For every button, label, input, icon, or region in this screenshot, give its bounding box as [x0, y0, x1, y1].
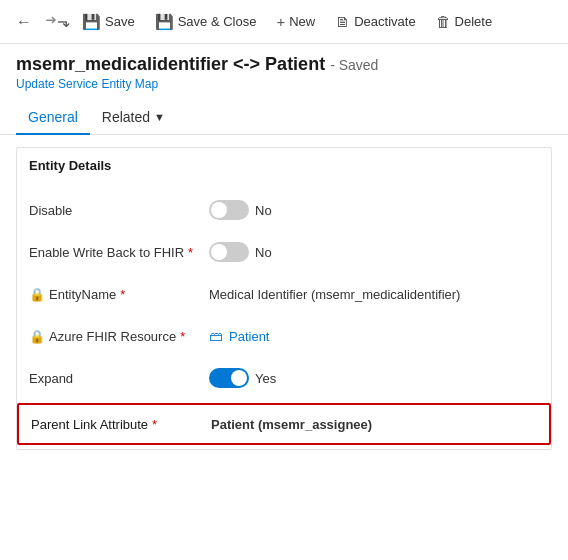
entity-details-section: Entity Details Disable No Enable Write B… [16, 147, 552, 450]
enable-writeback-toggle-track [209, 242, 249, 262]
section-title: Entity Details [29, 158, 539, 173]
delete-icon: 🗑 [436, 13, 451, 30]
entityname-value: Medical Identifier (msemr_medicalidentif… [209, 287, 539, 302]
expand-value: Yes [209, 368, 539, 388]
azure-fhir-link[interactable]: Patient [229, 329, 269, 344]
new-icon: + [276, 13, 285, 30]
entityname-lock-icon: 🔒 [29, 287, 45, 302]
azure-fhir-label: 🔒 Azure FHIR Resource * [29, 329, 209, 344]
save-close-button[interactable]: 💾 Save & Close [147, 9, 265, 35]
new-button[interactable]: + New [268, 9, 323, 34]
parent-link-label: Parent Link Attribute * [31, 417, 211, 432]
page-subtitle: Update Service Entity Map [16, 77, 552, 91]
azure-fhir-row: 🔒 Azure FHIR Resource * 🗃 Patient [17, 315, 551, 357]
entityname-required: * [120, 287, 125, 302]
deactivate-button[interactable]: 🗎 Deactivate [327, 9, 423, 34]
azure-fhir-value: 🗃 Patient [209, 328, 539, 344]
disable-toggle-track [209, 200, 249, 220]
expand-row: Expand Yes [17, 357, 551, 399]
tab-bar: General Related ▼ [0, 101, 568, 135]
deactivate-icon: 🗎 [335, 13, 350, 30]
forward-button[interactable]: ⬎ [42, 8, 70, 36]
disable-toggle-thumb [211, 202, 227, 218]
azure-fhir-lock-icon: 🔒 [29, 329, 45, 344]
entity-ref-icon: 🗃 [209, 328, 223, 344]
enable-writeback-required: * [188, 245, 193, 260]
delete-button[interactable]: 🗑 Delete [428, 9, 501, 34]
expand-toggle-track [209, 368, 249, 388]
save-button[interactable]: 💾 Save [74, 9, 143, 35]
azure-fhir-required: * [180, 329, 185, 344]
parent-link-row: Parent Link Attribute * Patient (msemr_a… [17, 403, 551, 445]
main-content: Entity Details Disable No Enable Write B… [0, 135, 568, 462]
enable-writeback-toggle-thumb [211, 244, 227, 260]
parent-link-required: * [152, 417, 157, 432]
svg-rect-0 [46, 19, 55, 21]
save-icon: 💾 [82, 13, 101, 31]
save-close-icon: 💾 [155, 13, 174, 31]
disable-toggle[interactable] [209, 200, 249, 220]
page-title: msemr_medicalidentifier <-> Patient - Sa… [16, 54, 552, 75]
back-button[interactable]: ← [10, 8, 38, 36]
entityname-row: 🔒 EntityName * Medical Identifier (msemr… [17, 273, 551, 315]
parent-link-value[interactable]: Patient (msemr_assignee) [211, 417, 537, 432]
page-header: msemr_medicalidentifier <-> Patient - Sa… [0, 44, 568, 95]
expand-toggle[interactable] [209, 368, 249, 388]
disable-value: No [209, 200, 539, 220]
entityname-label: 🔒 EntityName * [29, 287, 209, 302]
expand-label: Expand [29, 371, 209, 386]
expand-toggle-thumb [231, 370, 247, 386]
toolbar: ← ⬎ 💾 Save 💾 Save & Close + New 🗎 Deacti… [0, 0, 568, 44]
enable-writeback-toggle[interactable] [209, 242, 249, 262]
tab-related[interactable]: Related ▼ [90, 101, 177, 135]
chevron-down-icon: ▼ [154, 111, 165, 123]
disable-label: Disable [29, 203, 209, 218]
enable-writeback-label: Enable Write Back to FHIR * [29, 245, 209, 260]
enable-writeback-value: No [209, 242, 539, 262]
disable-row: Disable No [17, 189, 551, 231]
enable-writeback-row: Enable Write Back to FHIR * No [17, 231, 551, 273]
tab-general[interactable]: General [16, 101, 90, 135]
